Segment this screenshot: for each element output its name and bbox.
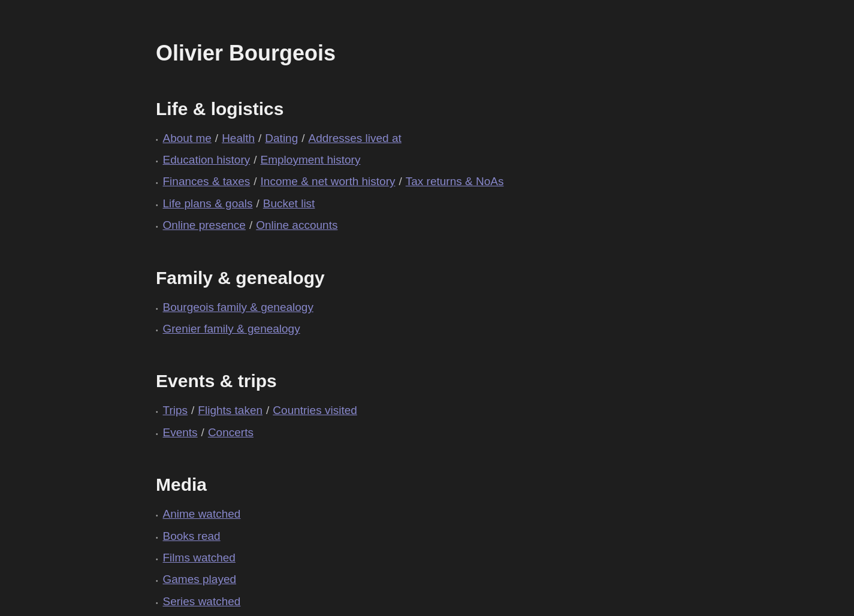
bullet-dot-icon: • xyxy=(156,599,158,608)
separator: / xyxy=(266,401,269,419)
section-list-media: •Anime watched•Books read•Films watched•… xyxy=(156,505,854,611)
list-item: •Events / Concerts xyxy=(156,424,854,442)
link-group: Games played xyxy=(163,570,237,588)
link-group: Events / Concerts xyxy=(163,424,254,442)
bullet-dot-icon: • xyxy=(156,157,158,167)
link-employment-history[interactable]: Employment history xyxy=(261,151,361,169)
link-income-net-worth[interactable]: Income & net worth history xyxy=(261,173,396,191)
link-group: Online presence / Online accounts xyxy=(163,216,338,234)
separator: / xyxy=(201,424,204,442)
link-group: Trips / Flights taken / Countries visite… xyxy=(163,401,357,419)
link-finances-taxes[interactable]: Finances & taxes xyxy=(163,173,251,191)
section-family-genealogy: Family & genealogy•Bourgeois family & ge… xyxy=(156,264,854,339)
section-title-life-logistics: Life & logistics xyxy=(156,95,854,123)
bullet-dot-icon: • xyxy=(156,407,158,417)
separator: / xyxy=(254,173,256,191)
separator: / xyxy=(399,173,402,191)
list-item: •Life plans & goals / Bucket list xyxy=(156,195,854,213)
section-title-events-trips: Events & trips xyxy=(156,367,854,395)
separator: / xyxy=(254,151,256,169)
link-trips[interactable]: Trips xyxy=(163,401,188,419)
link-flights-taken[interactable]: Flights taken xyxy=(198,401,262,419)
separator: / xyxy=(191,401,194,419)
list-item: •Grenier family & genealogy xyxy=(156,320,854,338)
link-group: Books read xyxy=(163,527,221,545)
separator: / xyxy=(301,129,304,147)
section-life-logistics: Life & logistics•About me / Health / Dat… xyxy=(156,95,854,235)
section-events-trips: Events & trips•Trips / Flights taken / C… xyxy=(156,367,854,442)
link-group: Education history / Employment history xyxy=(163,151,361,169)
link-series-watched[interactable]: Series watched xyxy=(163,593,241,611)
link-films-watched[interactable]: Films watched xyxy=(163,549,236,567)
link-group: Films watched xyxy=(163,549,236,567)
list-item: •Online presence / Online accounts xyxy=(156,216,854,234)
link-group: Life plans & goals / Bucket list xyxy=(163,195,315,213)
link-bourgeois-family[interactable]: Bourgeois family & genealogy xyxy=(163,298,313,316)
list-item: •Education history / Employment history xyxy=(156,151,854,169)
link-addresses-lived-at[interactable]: Addresses lived at xyxy=(309,129,402,147)
list-item: •Anime watched xyxy=(156,505,854,523)
link-about-me[interactable]: About me xyxy=(163,129,212,147)
link-online-presence[interactable]: Online presence xyxy=(163,216,246,234)
link-group: Bourgeois family & genealogy xyxy=(163,298,313,316)
separator: / xyxy=(249,216,252,234)
list-item: •Books read xyxy=(156,527,854,545)
link-tax-returns-noas[interactable]: Tax returns & NoAs xyxy=(406,173,504,191)
link-grenier-family[interactable]: Grenier family & genealogy xyxy=(163,320,300,338)
bullet-dot-icon: • xyxy=(156,135,158,145)
bullet-dot-icon: • xyxy=(156,201,158,210)
bullet-dot-icon: • xyxy=(156,511,158,521)
bullet-dot-icon: • xyxy=(156,533,158,543)
link-events[interactable]: Events xyxy=(163,424,198,442)
link-group: About me / Health / Dating / Addresses l… xyxy=(163,129,402,147)
list-item: •Games played xyxy=(156,570,854,588)
bullet-dot-icon: • xyxy=(156,430,158,439)
link-concerts[interactable]: Concerts xyxy=(208,424,254,442)
bullet-dot-icon: • xyxy=(156,222,158,232)
list-item: •About me / Health / Dating / Addresses … xyxy=(156,129,854,147)
link-anime-watched[interactable]: Anime watched xyxy=(163,505,241,523)
section-list-events-trips: •Trips / Flights taken / Countries visit… xyxy=(156,401,854,442)
separator: / xyxy=(215,129,218,147)
section-media: Media•Anime watched•Books read•Films wat… xyxy=(156,470,854,611)
bullet-dot-icon: • xyxy=(156,179,158,188)
section-title-media: Media xyxy=(156,470,854,499)
bullet-dot-icon: • xyxy=(156,304,158,314)
page-title: Olivier Bourgeois xyxy=(156,36,854,71)
link-games-played[interactable]: Games played xyxy=(163,570,237,588)
list-item: •Finances & taxes / Income & net worth h… xyxy=(156,173,854,191)
bullet-dot-icon: • xyxy=(156,555,158,564)
link-health[interactable]: Health xyxy=(222,129,255,147)
separator: / xyxy=(256,195,259,213)
bullet-dot-icon: • xyxy=(156,576,158,586)
link-online-accounts[interactable]: Online accounts xyxy=(256,216,337,234)
link-life-plans-goals[interactable]: Life plans & goals xyxy=(163,195,253,213)
list-item: •Series watched xyxy=(156,593,854,611)
link-bucket-list[interactable]: Bucket list xyxy=(263,195,315,213)
section-title-family-genealogy: Family & genealogy xyxy=(156,264,854,292)
link-group: Series watched xyxy=(163,593,241,611)
section-list-family-genealogy: •Bourgeois family & genealogy•Grenier fa… xyxy=(156,298,854,339)
link-group: Grenier family & genealogy xyxy=(163,320,300,338)
list-item: •Films watched xyxy=(156,549,854,567)
separator: / xyxy=(258,129,261,147)
link-countries-visited[interactable]: Countries visited xyxy=(273,401,357,419)
section-list-life-logistics: •About me / Health / Dating / Addresses … xyxy=(156,129,854,235)
list-item: •Bourgeois family & genealogy xyxy=(156,298,854,316)
list-item: •Trips / Flights taken / Countries visit… xyxy=(156,401,854,419)
link-dating[interactable]: Dating xyxy=(265,129,298,147)
link-education-history[interactable]: Education history xyxy=(163,151,251,169)
link-group: Anime watched xyxy=(163,505,241,523)
link-group: Finances & taxes / Income & net worth hi… xyxy=(163,173,504,191)
bullet-dot-icon: • xyxy=(156,326,158,336)
link-books-read[interactable]: Books read xyxy=(163,527,221,545)
